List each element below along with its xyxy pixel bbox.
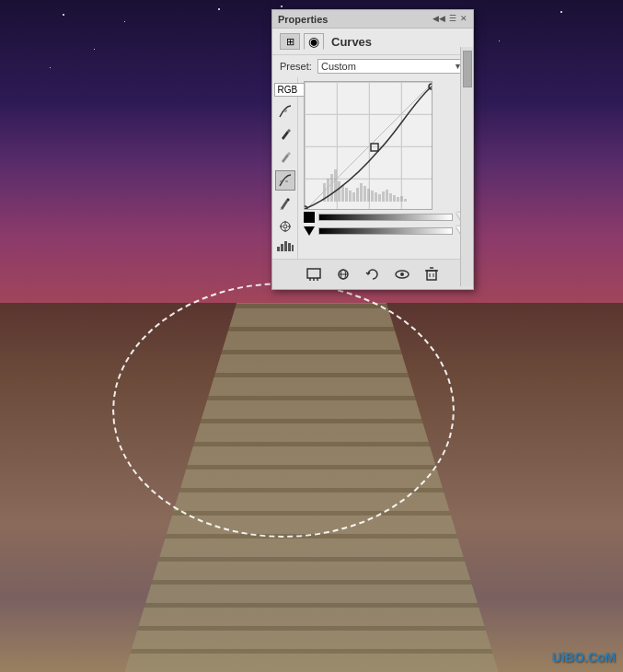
svg-rect-19 xyxy=(327,179,329,202)
svg-rect-25 xyxy=(349,191,352,202)
svg-rect-40 xyxy=(404,199,407,202)
panel-menu-btn[interactable]: ☰ xyxy=(449,15,456,23)
eyedropper-black-btn[interactable] xyxy=(275,124,295,145)
panel-scrollbar[interactable] xyxy=(460,47,473,286)
curves-svg xyxy=(305,82,433,210)
preset-label: Preset: xyxy=(280,61,312,72)
curves-tab-label: Curves xyxy=(331,35,372,49)
target-adjustment-btn[interactable] xyxy=(275,216,295,237)
toggle-visibility-btn[interactable] xyxy=(391,264,413,284)
channel-area: RGB ▼ Auto xyxy=(272,81,298,98)
svg-rect-21 xyxy=(334,169,337,202)
panel-collapse-btn[interactable]: ◀◀ xyxy=(433,15,445,23)
svg-rect-7 xyxy=(277,247,280,251)
svg-rect-38 xyxy=(397,197,399,202)
svg-rect-24 xyxy=(345,188,348,202)
svg-rect-29 xyxy=(363,186,366,202)
svg-rect-35 xyxy=(386,190,388,202)
panel-titlebar: Properties ◀◀ ☰ ✕ xyxy=(272,10,473,29)
eyedropper-gray-btn[interactable] xyxy=(275,147,295,168)
svg-point-2 xyxy=(283,225,287,228)
svg-rect-51 xyxy=(427,271,436,280)
svg-rect-31 xyxy=(371,191,374,202)
curve-adjustment-btn[interactable] xyxy=(275,170,295,191)
black-point[interactable] xyxy=(304,212,315,223)
panel-tabs: ⊞ ◉ Curves xyxy=(272,29,473,55)
reset-btn[interactable] xyxy=(362,264,384,284)
tab-curves[interactable]: ◉ xyxy=(304,33,324,50)
input-gradient xyxy=(318,214,453,221)
watermark: UiBO.CoM xyxy=(552,650,616,665)
svg-rect-42 xyxy=(371,144,378,151)
curves-graph[interactable] xyxy=(304,81,433,210)
properties-panel: Properties ◀◀ ☰ ✕ ⊞ ◉ Curves Preset: Cus… xyxy=(271,9,474,290)
preset-row: Preset: Custom ▼ xyxy=(272,55,473,77)
svg-rect-11 xyxy=(292,245,294,251)
svg-rect-28 xyxy=(360,183,363,202)
svg-point-0 xyxy=(283,109,287,112)
svg-rect-22 xyxy=(338,181,340,202)
panel-close-btn[interactable]: ✕ xyxy=(460,15,467,23)
right-panel xyxy=(298,77,473,259)
panel-controls: ◀◀ ☰ ✕ xyxy=(433,15,467,23)
preset-dropdown[interactable]: Custom xyxy=(317,59,466,74)
svg-rect-37 xyxy=(393,195,396,202)
svg-rect-26 xyxy=(352,192,355,202)
svg-rect-39 xyxy=(400,196,403,202)
svg-rect-27 xyxy=(356,188,359,202)
pencil-tool-btn[interactable] xyxy=(275,193,295,214)
auto-curve-tool-btn[interactable] xyxy=(275,101,295,122)
scrollbar-thumb[interactable] xyxy=(463,51,472,87)
histogram-toggle-btn[interactable] xyxy=(276,239,294,255)
clip-to-layer-btn[interactable] xyxy=(303,264,325,284)
left-toolbar: RGB ▼ Auto xyxy=(272,77,298,259)
svg-rect-33 xyxy=(378,194,381,202)
output-gradient-row xyxy=(304,225,467,238)
panel-body: RGB ▼ Auto xyxy=(272,77,473,259)
svg-rect-10 xyxy=(288,243,291,251)
svg-rect-8 xyxy=(281,244,283,251)
output-black-point[interactable] xyxy=(304,226,315,236)
panel-title: Properties xyxy=(278,14,328,25)
svg-rect-30 xyxy=(367,189,370,202)
bottom-toolbar xyxy=(272,259,473,289)
svg-rect-36 xyxy=(389,193,392,202)
svg-rect-23 xyxy=(341,185,344,202)
svg-rect-32 xyxy=(375,192,377,202)
svg-rect-20 xyxy=(330,174,333,202)
tab-adjustments[interactable]: ⊞ xyxy=(280,33,300,50)
output-gradient xyxy=(318,227,453,235)
svg-point-50 xyxy=(400,272,404,276)
view-previous-btn[interactable] xyxy=(332,264,354,284)
svg-rect-34 xyxy=(382,191,385,202)
delete-layer-btn[interactable] xyxy=(421,264,443,284)
svg-rect-9 xyxy=(284,241,287,251)
svg-rect-45 xyxy=(307,269,320,278)
curves-container xyxy=(298,77,473,241)
selection-marquee xyxy=(112,283,455,538)
input-gradient-row xyxy=(304,210,467,225)
